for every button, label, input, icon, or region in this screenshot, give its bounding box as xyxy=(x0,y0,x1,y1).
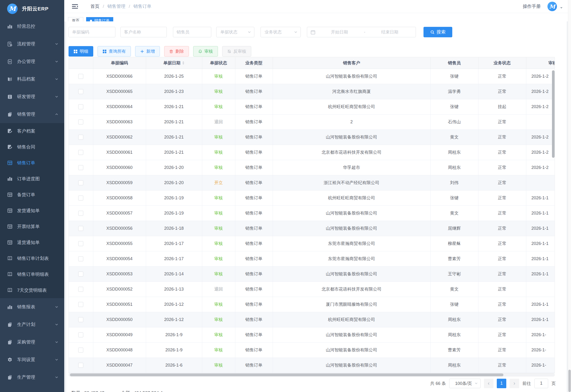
search-button[interactable]: 搜索 xyxy=(423,27,452,37)
sidebar-item-sales-order-plan[interactable]: 销售订单计划表 xyxy=(0,251,64,266)
page-size-select[interactable]: 100条/页 xyxy=(449,379,481,388)
caret-down-icon[interactable] xyxy=(560,6,563,9)
sidebar-item-process-mgmt[interactable]: 流程管理 xyxy=(0,35,64,53)
sidebar-item-materials-archive[interactable]: 料品档案 xyxy=(0,70,64,88)
sidebar-item-delivery-7day[interactable]: 7天交货明细表 xyxy=(0,282,64,298)
manual-link[interactable]: 操作手册 xyxy=(523,3,541,10)
biz-status-select[interactable]: 业务状态 xyxy=(260,27,301,37)
doc-code-input[interactable] xyxy=(69,27,115,37)
rd-icon xyxy=(7,94,13,100)
table-row[interactable]: XSDD0000572026-1-19审核销售订单山河智能装备股份有限公司黄文正… xyxy=(69,206,555,221)
sidebar-item-workshop-settings[interactable]: 车间设置 xyxy=(0,351,64,368)
row-checkbox[interactable] xyxy=(78,135,83,140)
sidebar-item-office-mgmt[interactable]: 办公管理 xyxy=(0,53,64,70)
sidebar-item-sales-contract[interactable]: 销售合同 xyxy=(0,139,64,155)
row-checkbox[interactable] xyxy=(78,165,83,170)
app-logo[interactable]: M 升阳云ERP xyxy=(0,0,64,18)
table-row[interactable]: XSDD0000502026-1-12审核销售订单杭州旺旺旺商贸有限公司周桂东正… xyxy=(69,312,555,327)
row-checkbox[interactable] xyxy=(78,196,83,200)
cell-doc-date: 2026-1-19 xyxy=(146,206,202,221)
sort-icon[interactable] xyxy=(182,61,185,65)
table-row[interactable]: XSDD0000642026-1-21审核销售订单杭州旺旺旺商贸有限公司张键挂起… xyxy=(69,99,555,114)
table-row[interactable]: XSDD0000492026-1-9审核销售订单山河智能装备股份有限公司周桂东正… xyxy=(69,327,555,342)
table-row[interactable]: XSDD0000662026-1-25审核销售订单山河智能装备股份有限公司张键正… xyxy=(69,69,555,84)
table-vertical-scrollbar[interactable] xyxy=(552,70,555,158)
row-checkbox[interactable] xyxy=(78,226,83,231)
current-page-button[interactable]: 1 xyxy=(497,379,506,388)
sidebar-item-sales-order-detail[interactable]: 销售订单明细表 xyxy=(0,266,64,282)
row-checkbox[interactable] xyxy=(78,104,83,109)
row-checkbox[interactable] xyxy=(78,272,83,277)
delete-button[interactable]: 删除 xyxy=(164,46,189,56)
date-range-picker[interactable]: 开始日期 - 结束日期 xyxy=(307,27,416,37)
table-row[interactable]: XSDD0000482026-1-9审核销售订单山河智能装备股份有限公司曹素芳正… xyxy=(69,342,555,358)
sidebar-item-customer-files[interactable]: 客户档案 xyxy=(0,123,64,139)
page-scrollbar[interactable] xyxy=(568,370,571,392)
add-button[interactable]: 新增 xyxy=(135,46,160,56)
row-checkbox[interactable] xyxy=(78,363,83,368)
table-row[interactable]: XSDD0000542026-1-17审核销售订单东莞市星瀚商贸有限公司曹素芳正… xyxy=(69,251,555,266)
table-horizontal-scrollbar[interactable] xyxy=(70,374,503,376)
row-checkbox[interactable] xyxy=(78,180,83,185)
sidebar-item-return-notice[interactable]: 退货通知单 xyxy=(0,235,64,251)
sidebar-item-stock-order[interactable]: 备货订单 xyxy=(0,187,64,203)
sidebar-item-business-overview[interactable]: 经营总控 xyxy=(0,18,64,35)
table-row[interactable]: XSDD0000512026-1-12审核销售订单厦门市黑眼睛服饰有限公司张键正… xyxy=(69,297,555,312)
row-checkbox[interactable] xyxy=(78,256,83,261)
breadcrumb-sales-mgmt[interactable]: 销售管理 xyxy=(107,3,125,10)
prev-page-button[interactable]: ‹ xyxy=(484,379,494,388)
unaudit-button[interactable]: 反审核 xyxy=(222,46,251,56)
sidebar-item-invoice-settlement[interactable]: 开票结算单 xyxy=(0,219,64,235)
sidebar-item-sales-report[interactable]: 销售报表 xyxy=(0,298,64,316)
row-checkbox[interactable] xyxy=(78,150,83,155)
doc-status-select[interactable]: 单据状态 xyxy=(216,27,254,37)
sidebar-item-sales-mgmt[interactable]: 销售管理 xyxy=(0,105,64,123)
row-checkbox[interactable] xyxy=(78,317,83,322)
audit-button[interactable]: 审核 xyxy=(193,46,218,56)
table-row[interactable]: XSDD0000652026-1-23审核销售订单河北衡水市红旗商厦温学勇正常2… xyxy=(69,84,555,99)
row-checkbox[interactable] xyxy=(78,89,83,94)
cell-doc-date: 2026-1-20 xyxy=(146,175,202,190)
tab-home[interactable]: 首页 xyxy=(68,17,83,21)
avatar[interactable]: M xyxy=(547,2,557,11)
table-row[interactable]: XSDD0000622026-1-21审核销售订单山河智能装备股份有限公司黄文正… xyxy=(69,129,555,145)
row-checkbox[interactable] xyxy=(78,287,83,292)
table-row[interactable]: XSDD0000632026-1-21退回销售订单2石伟山正常 xyxy=(69,114,555,129)
next-page-button[interactable]: › xyxy=(510,379,519,388)
row-checkbox[interactable] xyxy=(78,332,83,337)
query-all-button[interactable]: 查询所有 xyxy=(98,46,131,56)
sidebar-item-shipping-notice[interactable]: 发货通知单 xyxy=(0,203,64,219)
table-row[interactable]: XSDD0000592026-1-20开立销售订单浙江裕兴不动产经纪有限公司刘伟… xyxy=(69,175,555,190)
column-header[interactable]: 单据日期 xyxy=(146,57,202,69)
table-row[interactable]: XSDD0000562026-1-18审核销售订单山河智能装备股份有限公司屈继辉… xyxy=(69,221,555,236)
table-row[interactable]: XSDD0000532026-1-14审核销售订单山河智能装备股份有限公司王守彬… xyxy=(69,266,555,281)
table-row[interactable]: XSDD0000602026-1-20审核销售订单华孚超市周桂东正常2026-1… xyxy=(69,160,555,175)
row-checkbox[interactable] xyxy=(78,302,83,307)
cell-doc-status: 审核 xyxy=(202,69,235,84)
table-row[interactable]: XSDD0000472026-1-6审核销售订单山河智能装备股份有限公司周桂东正… xyxy=(69,358,555,373)
sidebar-item-production-mgmt[interactable]: 生产管理 xyxy=(0,368,64,386)
sidebar-item-purchase-mgmt[interactable]: 采购管理 xyxy=(0,333,64,351)
row-checkbox[interactable] xyxy=(78,348,83,352)
sidebar-item-sales-order[interactable]: 销售订单 xyxy=(0,155,64,171)
goto-page-input[interactable] xyxy=(534,379,548,388)
sidebar-item-production-plan[interactable]: 生产计划 xyxy=(0,316,64,333)
sidebar-item-order-progress[interactable]: 订单进度图 xyxy=(0,171,64,187)
row-checkbox[interactable] xyxy=(78,241,83,246)
table-row[interactable]: XSDD0000612026-1-21审核销售订单北京都市花语科技开发有限公司周… xyxy=(69,145,555,160)
row-checkbox[interactable] xyxy=(78,211,83,216)
table-row[interactable]: XSDD0000582026-1-19审核销售订单杭州旺旺旺商贸有限公司张键正常… xyxy=(69,190,555,206)
table-row[interactable]: XSDD0000522026-1-13退回销售订单北京都市花语科技开发有限公司黄… xyxy=(69,281,555,297)
tab-sales-order[interactable]: 销售订单 xyxy=(86,17,113,21)
detail-button[interactable]: 明细 xyxy=(69,46,93,56)
sidebar-collapse-icon[interactable] xyxy=(71,3,78,10)
table-row[interactable]: XSDD0000552026-1-17审核销售订单东莞市星瀚商贸有限公司柳星稣正… xyxy=(69,236,555,251)
sidebar-item-processing-workshop[interactable]: 加工车间 xyxy=(0,386,64,392)
row-checkbox[interactable] xyxy=(78,120,83,125)
salesperson-input[interactable] xyxy=(173,27,211,37)
cell-biz-status: 正常 xyxy=(478,69,526,84)
customer-name-input[interactable] xyxy=(120,27,167,37)
sidebar-item-rd-mgmt[interactable]: 研发管理 xyxy=(0,88,64,105)
row-checkbox[interactable] xyxy=(78,74,83,79)
breadcrumb-home[interactable]: 首页 xyxy=(90,3,99,10)
